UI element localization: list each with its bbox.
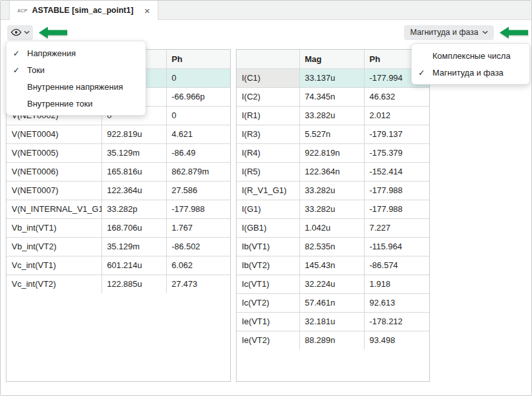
menu-item[interactable]: ✓Токи [6, 61, 145, 78]
table-row[interactable]: Vb_int(VT1)168.706u1.767 [6, 218, 230, 237]
table-row[interactable]: I(C1)33.137u-177.994 [237, 68, 429, 87]
cell-name[interactable]: I(R5) [237, 162, 299, 181]
cell-ph[interactable]: -152.414 [364, 162, 429, 181]
cell-mag[interactable]: 33.282u [299, 181, 364, 200]
cell-ph[interactable]: -179.137 [364, 125, 429, 143]
cell-ph[interactable]: -177.988 [364, 181, 429, 200]
table-row[interactable]: V(NET0007)122.364u27.586 [6, 181, 230, 200]
cell-ph[interactable]: 46.632 [364, 87, 429, 106]
cell-mag[interactable]: 122.364u [101, 181, 166, 200]
cell-name[interactable]: Ib(VT1) [237, 237, 299, 256]
cell-mag[interactable]: 32.224u [299, 275, 364, 293]
table-row[interactable]: Vc_int(VT2)122.885u27.473 [6, 275, 230, 293]
table-row[interactable]: I(R3)5.527n-179.137 [237, 125, 429, 143]
menu-item[interactable]: Внутренние токи [6, 95, 145, 112]
table-row[interactable]: Vc_int(VT1)601.214u6.062 [6, 256, 230, 275]
table-row[interactable]: I(R_V1_G1)33.282u-177.988 [237, 181, 429, 200]
cell-ph[interactable]: -86.574 [364, 256, 429, 275]
cell-mag[interactable]: 922.819u [101, 125, 166, 143]
cell-mag[interactable]: 82.535n [299, 237, 364, 256]
table-row[interactable]: Ib(VT2)145.43n-86.574 [237, 256, 429, 275]
cell-name[interactable]: Ic(VT2) [237, 293, 299, 312]
table-row[interactable]: Ie(VT1)32.181u-178.212 [237, 312, 429, 331]
cell-ph[interactable]: 1.918 [364, 275, 429, 293]
cell-mag[interactable]: 33.282u [299, 200, 364, 218]
cell-name[interactable]: I(R1) [237, 106, 299, 125]
cell-mag[interactable]: 165.816u [101, 162, 166, 181]
cell-ph[interactable]: -115.964 [364, 237, 429, 256]
cell-mag[interactable]: 33.282u [299, 106, 364, 125]
table-row[interactable]: I(R4)922.819n-175.379 [237, 143, 429, 162]
cell-name[interactable]: V(NET0005) [6, 143, 101, 162]
cell-ph[interactable]: -86.502 [166, 237, 230, 256]
cell-ph[interactable]: 4.621 [166, 125, 230, 143]
table-row[interactable]: I(G1)33.282u-177.988 [237, 200, 429, 218]
cell-name[interactable]: Ic(VT1) [237, 275, 299, 293]
cell-mag[interactable]: 5.527n [299, 125, 364, 143]
cell-name[interactable]: Vb_int(VT1) [6, 218, 101, 237]
cell-mag[interactable]: 88.289n [299, 331, 364, 349]
cell-mag[interactable]: 122.364n [299, 162, 364, 181]
cell-mag[interactable]: 922.819n [299, 143, 364, 162]
table-row[interactable]: V(NET0004)922.819u4.621 [6, 125, 230, 143]
cell-mag[interactable]: 168.706u [101, 218, 166, 237]
menu-item[interactable]: Внутренние напряжения [6, 78, 145, 95]
cell-name[interactable]: I(G1) [237, 200, 299, 218]
cell-name[interactable]: Ie(VT2) [237, 331, 299, 349]
cell-ph[interactable]: -175.379 [364, 143, 429, 162]
cell-ph[interactable]: -86.49 [166, 143, 230, 162]
cell-ph[interactable]: 27.473 [166, 275, 230, 293]
table-row[interactable]: I(R1)33.282u2.012 [237, 106, 429, 125]
cell-mag[interactable]: 74.345n [299, 87, 364, 106]
table-row[interactable]: I(C2)74.345n46.632 [237, 87, 429, 106]
tab-close-icon[interactable]: × [144, 6, 150, 16]
cell-name[interactable]: I(C1) [237, 68, 299, 87]
menu-item[interactable]: ✓Напряжения [6, 45, 145, 61]
cell-ph[interactable]: -177.988 [166, 200, 230, 218]
cell-ph[interactable]: 27.586 [166, 181, 230, 200]
cell-name[interactable]: V(NET0004) [6, 125, 101, 143]
cell-mag[interactable]: 601.214u [101, 256, 166, 275]
cell-ph[interactable]: 6.062 [166, 256, 230, 275]
cell-ph[interactable]: 0 [166, 68, 230, 87]
cell-mag[interactable]: 35.129m [101, 237, 166, 256]
cell-ph[interactable]: 1.767 [166, 218, 230, 237]
cell-name[interactable]: Vc_int(VT2) [6, 275, 101, 293]
value-format-button[interactable]: Магнитуда и фаза [404, 25, 494, 40]
cell-name[interactable]: Vb_int(VT2) [6, 237, 101, 256]
cell-name[interactable]: I(R4) [237, 143, 299, 162]
tab-astable-sim-ac-point[interactable]: ACP ASTABLE [sim_ac_point1] × [9, 1, 158, 20]
cell-ph[interactable]: 2.012 [364, 106, 429, 125]
table-row[interactable]: Ic(VT1)32.224u1.918 [237, 275, 429, 293]
cell-mag[interactable]: 1.042u [299, 218, 364, 237]
cell-mag[interactable]: 57.461n [299, 293, 364, 312]
cell-ph[interactable]: 862.879m [166, 162, 230, 181]
cell-name[interactable]: V(NET0007) [6, 181, 101, 200]
cell-ph[interactable]: 92.613 [364, 293, 429, 312]
cell-ph[interactable]: 7.227 [364, 218, 429, 237]
table-row[interactable]: V(NET0005)35.129m-86.49 [6, 143, 230, 162]
table-row[interactable]: Ib(VT1)82.535n-115.964 [237, 237, 429, 256]
cell-name[interactable]: Ie(VT1) [237, 312, 299, 331]
cell-mag[interactable]: 32.181u [299, 312, 364, 331]
table-row[interactable]: I(R5)122.364n-152.414 [237, 162, 429, 181]
cell-ph[interactable]: 0 [166, 106, 230, 125]
table-row[interactable]: V(NET0006)165.816u862.879m [6, 162, 230, 181]
cell-mag[interactable]: 122.885u [101, 275, 166, 293]
cell-mag[interactable]: 145.43n [299, 256, 364, 275]
cell-mag[interactable]: 33.282p [101, 200, 166, 218]
table-row[interactable]: I(GB1)1.042u7.227 [237, 218, 429, 237]
table-row[interactable]: Ie(VT2)88.289n93.498 [237, 331, 429, 349]
cell-name[interactable]: I(R_V1_G1) [237, 181, 299, 200]
cell-name[interactable]: V(N_INTERNAL_V1_G1) [6, 200, 101, 218]
cell-ph[interactable]: 93.498 [364, 331, 429, 349]
table-row[interactable]: Vb_int(VT2)35.129m-86.502 [6, 237, 230, 256]
table-row[interactable]: Ic(VT2)57.461n92.613 [237, 293, 429, 312]
cell-name[interactable]: I(C2) [237, 87, 299, 106]
cell-ph[interactable]: -178.212 [364, 312, 429, 331]
cell-ph[interactable]: -177.988 [364, 200, 429, 218]
cell-name[interactable]: Vc_int(VT1) [6, 256, 101, 275]
cell-name[interactable]: I(GB1) [237, 218, 299, 237]
cell-name[interactable]: V(NET0006) [6, 162, 101, 181]
cell-name[interactable]: Ib(VT2) [237, 256, 299, 275]
